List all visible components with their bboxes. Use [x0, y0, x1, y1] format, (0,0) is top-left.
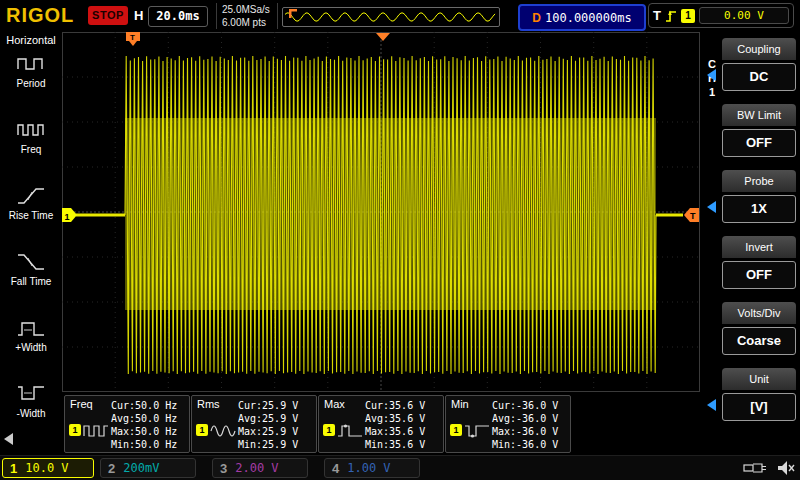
trigger-info[interactable]: T 1 0.00 V — [648, 3, 794, 28]
trigger-label: T — [653, 8, 661, 23]
menu-arrow-icon — [707, 201, 716, 213]
timebase-value[interactable]: 20.0ms — [148, 6, 208, 27]
trigger-slope-icon — [665, 8, 677, 24]
measurement-avg: Avg:50.0 Hz — [111, 412, 187, 425]
svg-text:T: T — [690, 211, 696, 221]
channel-scale: 1.00 V — [347, 461, 390, 475]
measurement-avg: Avg:35.6 V — [365, 412, 441, 425]
sidebar-item-label: -Width — [0, 408, 62, 419]
channel-number: 2 — [108, 461, 115, 476]
minus-width-icon — [16, 382, 46, 406]
max-measure-icon — [337, 420, 363, 442]
delay-readout[interactable]: D 100.000000ms — [518, 4, 646, 31]
channel-status-bar: 1 10.0 V 2 200mV 3 2.00 V 4 1.00 V — [0, 455, 800, 480]
sidebar-scroll-arrow[interactable] — [4, 433, 13, 445]
menu-item-value: DC — [722, 63, 796, 91]
menu-item-bw-limit[interactable]: BW Limit OFF — [722, 104, 796, 157]
menu-arrow-icon — [707, 69, 716, 81]
acquisition-info: 25.0MSa/s 6.00M pts — [222, 3, 270, 29]
measurement-source-badge: 1 — [196, 424, 208, 436]
menu-item-volts-div[interactable]: Volts/Div Coarse — [722, 302, 796, 355]
measure-sidebar: Horizontal Period Freq Rise Time — [0, 32, 62, 455]
menu-item-probe[interactable]: Probe 1X — [722, 170, 796, 223]
measurement-name: Max — [324, 398, 345, 410]
menu-item-value: [V] — [722, 393, 796, 421]
sidebar-item-freq[interactable]: Freq — [0, 118, 62, 155]
sidebar-item-label: Fall Time — [0, 276, 62, 287]
menu-item-value: OFF — [722, 129, 796, 157]
menu-item-unit[interactable]: Unit [V] — [722, 368, 796, 421]
measurement-min: Min:25.9 V — [238, 438, 314, 451]
rise-time-icon — [16, 184, 46, 208]
channel-2-status[interactable]: 2 200mV — [100, 458, 196, 478]
fall-time-icon — [16, 250, 46, 274]
menu-item-label: Unit — [722, 368, 796, 390]
measurement-source-badge: 1 — [450, 424, 462, 436]
measurement-max: Max:-36.0 V — [492, 425, 568, 438]
measurement-name: Min — [451, 398, 469, 410]
menu-item-value: OFF — [722, 261, 796, 289]
measurement-name: Rms — [197, 398, 220, 410]
horizontal-label: H — [134, 8, 143, 23]
channel-4-status[interactable]: 4 1.00 V — [324, 458, 420, 478]
measurement-min: Min:50.0 Hz — [111, 438, 187, 451]
memory-waveform-preview — [283, 8, 497, 24]
oscilloscope-screen: RIGOL STOP H 20.0ms 25.0MSa/s 6.00M pts … — [0, 0, 800, 480]
channel-1-status[interactable]: 1 10.0 V — [2, 458, 94, 478]
menu-item-label: Probe — [722, 170, 796, 192]
channel-scale: 2.00 V — [235, 461, 278, 475]
measurement-min: Min:35.6 V — [365, 438, 441, 451]
sample-rate: 25.0MSa/s — [222, 3, 270, 16]
menu-item-label: Invert — [722, 236, 796, 258]
sidebar-title: Horizontal — [0, 34, 62, 46]
menu-item-value: 1X — [722, 195, 796, 223]
menu-item-invert[interactable]: Invert OFF — [722, 236, 796, 289]
freq-measure-icon — [83, 420, 109, 442]
menu-item-coupling[interactable]: Coupling DC — [722, 38, 796, 91]
channel-3-status[interactable]: 3 2.00 V — [212, 458, 308, 478]
sidebar-item-label: Freq — [0, 144, 62, 155]
measurement-slot-min: Min 1 Cur:-36.0 V Avg:-36.0 V Max:-36.0 … — [445, 395, 571, 453]
channel-scale: 200mV — [123, 461, 159, 475]
measurement-slot-freq: Freq 1 Cur:50.0 Hz Avg:50.0 Hz Max:50.0 … — [64, 395, 190, 453]
channel-number: 1 — [10, 461, 17, 476]
measurement-cur: Cur:-36.0 V — [492, 399, 568, 412]
measurement-source-badge: 1 — [69, 424, 81, 436]
min-measure-icon — [464, 420, 490, 442]
measurement-bar: Freq 1 Cur:50.0 Hz Avg:50.0 Hz Max:50.0 … — [62, 392, 700, 455]
measurement-cur: Cur:35.6 V — [365, 399, 441, 412]
measurement-max: Max:50.0 Hz — [111, 425, 187, 438]
measurement-values: Cur:25.9 V Avg:25.9 V Max:25.9 V Min:25.… — [238, 399, 314, 451]
menu-item-value: Coarse — [722, 327, 796, 355]
measurement-max: Max:25.9 V — [238, 425, 314, 438]
menu-item-label: Coupling — [722, 38, 796, 60]
measurement-cur: Cur:50.0 Hz — [111, 399, 187, 412]
measurement-min: Min:-36.0 V — [492, 438, 568, 451]
sidebar-item-plus-width[interactable]: +Width — [0, 316, 62, 353]
sidebar-item-period[interactable]: Period — [0, 52, 62, 89]
rms-measure-icon — [210, 420, 236, 442]
svg-text:T: T — [130, 33, 135, 42]
trigger-source-badge: 1 — [681, 9, 695, 23]
channel-scale: 10.0 V — [25, 461, 68, 475]
sidebar-item-label: Period — [0, 78, 62, 89]
run-state-badge: STOP — [88, 6, 128, 25]
sidebar-item-rise-time[interactable]: Rise Time — [0, 184, 62, 221]
channel-number: 3 — [220, 461, 227, 476]
delay-value: 100.000000ms — [545, 11, 632, 25]
measurement-values: Cur:50.0 Hz Avg:50.0 Hz Max:50.0 Hz Min:… — [111, 399, 187, 451]
divider — [216, 3, 217, 29]
rigol-logo: RIGOL — [6, 4, 74, 27]
sidebar-item-fall-time[interactable]: Fall Time — [0, 250, 62, 287]
sidebar-item-minus-width[interactable]: -Width — [0, 382, 62, 419]
measurement-slot-max: Max 1 Cur:35.6 V Avg:35.6 V Max:35.6 V M… — [318, 395, 444, 453]
menu-item-label: Volts/Div — [722, 302, 796, 324]
svg-text:1: 1 — [65, 212, 70, 222]
usb-icon — [742, 460, 768, 476]
measurement-max: Max:35.6 V — [365, 425, 441, 438]
measurement-avg: Avg:25.9 V — [238, 412, 314, 425]
measurement-source-badge: 1 — [323, 424, 335, 436]
waveform-area: 1TT — [62, 32, 700, 392]
measurement-name: Freq — [70, 398, 93, 410]
divider — [277, 3, 278, 29]
